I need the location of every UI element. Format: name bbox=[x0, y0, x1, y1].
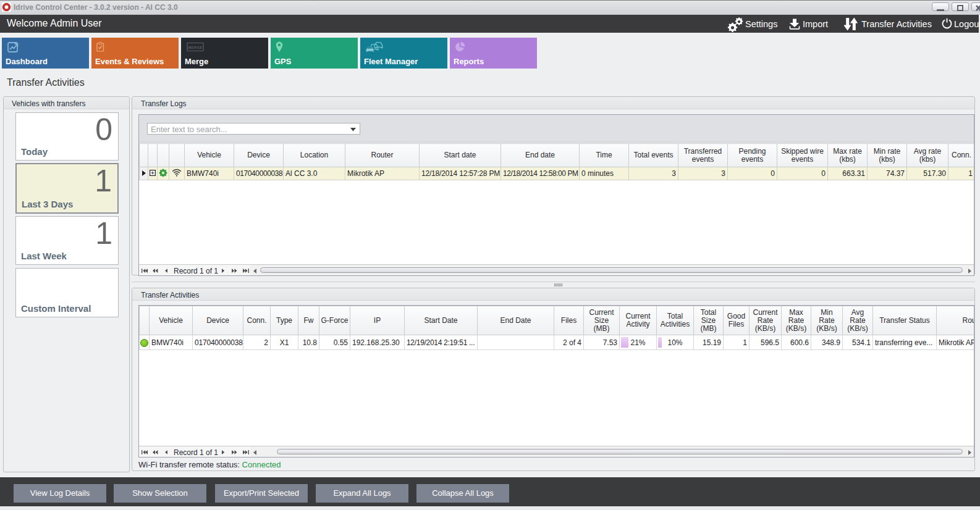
svg-text:MERGE: MERGE bbox=[188, 46, 203, 49]
